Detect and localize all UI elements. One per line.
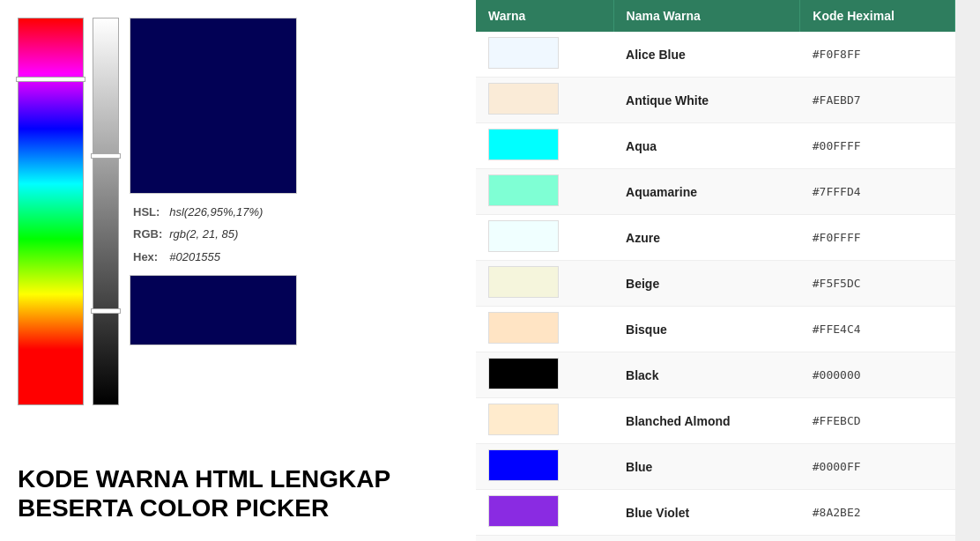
picker-sliders [18, 18, 119, 423]
hue-slider[interactable] [18, 18, 84, 405]
color-name: Brown [613, 536, 800, 542]
hex-value: #0201555 [166, 246, 266, 268]
table-header-row: Warna Nama Warna Kode Heximal [476, 0, 980, 32]
extra-cell [955, 307, 981, 352]
col-header-nama: Nama Warna [613, 0, 800, 32]
color-hex: #A52A2A [800, 536, 955, 542]
color-name: Blanched Almond [613, 398, 800, 444]
color-swatch [488, 312, 559, 344]
color-swatch-cell [476, 490, 613, 536]
table-row[interactable]: Antique White#FAEBD7 [476, 78, 980, 123]
color-swatch-cell [476, 32, 613, 78]
page-title-line1: KODE WARNA HTML LENGKAP [18, 464, 458, 494]
color-name: Beige [613, 261, 800, 307]
color-name: Aquamarine [613, 169, 800, 215]
color-name: Alice Blue [613, 32, 800, 78]
sat-thumb-bottom [91, 308, 121, 314]
color-swatch-cell [476, 123, 613, 169]
table-row[interactable]: Blue Violet#8A2BE2 [476, 490, 980, 536]
extra-cell [955, 169, 981, 215]
table-row[interactable]: Alice Blue#F0F8FF [476, 32, 980, 78]
color-preview-mini [130, 275, 297, 345]
extra-cell [955, 215, 981, 261]
table-row[interactable]: Blanched Almond#FFEBCD [476, 398, 980, 444]
table-row[interactable]: Blue#0000FF [476, 444, 980, 490]
color-table: Warna Nama Warna Kode Heximal Alice Blue… [476, 0, 980, 541]
color-hex: #7FFFD4 [800, 169, 955, 215]
color-name: Black [613, 352, 800, 398]
color-swatch [488, 449, 559, 481]
table-row[interactable]: Aqua#00FFFF [476, 123, 980, 169]
color-name: Bisque [613, 307, 800, 352]
color-hex: #8A2BE2 [800, 490, 955, 536]
color-swatch-cell [476, 215, 613, 261]
left-panel: HSL: hsl(226,95%,17%) RGB: rgb(2, 21, 85… [0, 0, 476, 541]
color-preview-area: HSL: hsl(226,95%,17%) RGB: rgb(2, 21, 85… [130, 18, 458, 423]
color-swatch [488, 266, 559, 298]
color-swatch-cell [476, 444, 613, 490]
table-row[interactable]: Beige#F5F5DC [476, 261, 980, 307]
color-swatch [488, 174, 559, 206]
rgb-value: rgb(2, 21, 85) [166, 223, 266, 245]
extra-cell [955, 536, 981, 542]
extra-cell [955, 398, 981, 444]
col-header-extra [955, 0, 981, 32]
color-swatch-cell [476, 536, 613, 542]
color-swatch [488, 495, 559, 527]
color-swatch [488, 83, 559, 115]
extra-cell [955, 261, 981, 307]
color-hex: #0000FF [800, 444, 955, 490]
extra-cell [955, 352, 981, 398]
hsl-value: hsl(226,95%,17%) [166, 201, 266, 223]
color-swatch [488, 404, 559, 435]
color-hex: #FFE4C4 [800, 307, 955, 352]
color-swatch-cell [476, 307, 613, 352]
color-hex: #000000 [800, 352, 955, 398]
extra-cell [955, 444, 981, 490]
color-swatch-cell [476, 261, 613, 307]
hex-label: Hex: [130, 246, 166, 268]
sat-thumb-top [91, 153, 121, 159]
color-swatch-cell [476, 169, 613, 215]
color-preview-main [130, 18, 297, 194]
color-swatch-cell [476, 78, 613, 123]
col-header-warna: Warna [476, 0, 613, 32]
color-name: Aqua [613, 123, 800, 169]
hue-thumb [16, 77, 85, 82]
color-hex: #F0FFFF [800, 215, 955, 261]
extra-cell [955, 490, 981, 536]
table-row[interactable]: Bisque#FFE4C4 [476, 307, 980, 352]
page-title: KODE WARNA HTML LENGKAP BESERTA COLOR PI… [18, 456, 458, 523]
table-row[interactable]: Black#000000 [476, 352, 980, 398]
extra-cell [955, 123, 981, 169]
color-swatch [488, 358, 559, 389]
table-row[interactable]: Azure#F0FFFF [476, 215, 980, 261]
color-swatch-cell [476, 352, 613, 398]
color-swatch [488, 129, 559, 160]
table-row[interactable]: Brown#A52A2A [476, 536, 980, 542]
color-info: HSL: hsl(226,95%,17%) RGB: rgb(2, 21, 85… [130, 201, 458, 268]
color-name: Blue Violet [613, 490, 800, 536]
color-hex: #F0F8FF [800, 32, 955, 78]
extra-cell [955, 32, 981, 78]
extra-cell [955, 78, 981, 123]
page-title-line2: BESERTA COLOR PICKER [18, 493, 458, 523]
color-name: Blue [613, 444, 800, 490]
right-panel: Warna Nama Warna Kode Heximal Alice Blue… [476, 0, 980, 541]
rgb-label: RGB: [130, 223, 166, 245]
color-swatch [488, 37, 559, 69]
color-swatch-cell [476, 398, 613, 444]
color-name: Azure [613, 215, 800, 261]
color-picker-area: HSL: hsl(226,95%,17%) RGB: rgb(2, 21, 85… [18, 18, 458, 423]
color-swatch [488, 220, 559, 252]
color-hex: #00FFFF [800, 123, 955, 169]
color-hex: #FFEBCD [800, 398, 955, 444]
color-hex: #FAEBD7 [800, 78, 955, 123]
table-row[interactable]: Aquamarine#7FFFD4 [476, 169, 980, 215]
color-name: Antique White [613, 78, 800, 123]
col-header-hex: Kode Heximal [800, 0, 955, 32]
color-hex: #F5F5DC [800, 261, 955, 307]
hsl-label: HSL: [130, 201, 166, 223]
saturation-slider[interactable] [93, 18, 119, 405]
